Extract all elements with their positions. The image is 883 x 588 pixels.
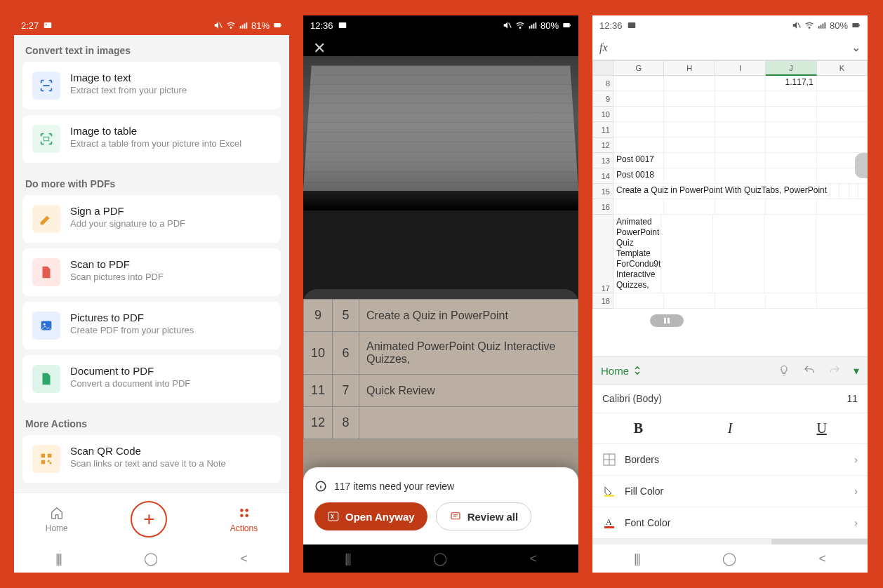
action-image-to-text[interactable]: Image to text Extract text from your pic…: [22, 62, 281, 109]
borders-icon: [602, 453, 616, 467]
ribbon-home-tab[interactable]: Home: [601, 365, 642, 377]
vertical-scroll-thumb[interactable]: [855, 153, 868, 178]
table-row[interactable]: 10 6 Animated PowerPoint Quiz Interactiv…: [304, 332, 578, 375]
review-all-button[interactable]: Review all: [436, 502, 532, 530]
cell[interactable]: 9: [304, 300, 333, 332]
table-row[interactable]: 9 5 Create a Quiz in PowerPoint: [304, 300, 578, 332]
col-header-g[interactable]: G: [613, 60, 664, 76]
open-anyway-button[interactable]: Open Anyway: [314, 502, 427, 530]
row-header[interactable]: 12: [592, 138, 613, 153]
nav-home[interactable]: ◯: [144, 551, 158, 566]
nav-back[interactable]: <: [819, 552, 827, 566]
nav-back[interactable]: <: [241, 552, 248, 566]
row-header[interactable]: 15: [592, 184, 613, 199]
cell[interactable]: 12: [304, 407, 333, 439]
ribbon-menu-chevron[interactable]: ▾: [854, 364, 859, 377]
cell-j8[interactable]: 1.117,1: [766, 76, 816, 91]
action-pictures-pdf[interactable]: Pictures to PDF Create PDF from your pic…: [22, 302, 281, 349]
fab-add[interactable]: +: [131, 501, 167, 537]
spreadsheet-grid[interactable]: 81.117,1 9 10 11 12 13Post 0017 14Post 0…: [592, 76, 868, 328]
cell[interactable]: Create a Quiz in PowerPoint: [359, 300, 578, 332]
row-header[interactable]: 18: [592, 293, 613, 309]
svg-rect-27: [529, 26, 531, 29]
battery-percent: 81%: [251, 20, 270, 31]
cell[interactable]: [359, 407, 578, 439]
cell-g17[interactable]: Animated PowerPoint Quiz Template ForCon…: [613, 215, 661, 293]
row-header[interactable]: 13: [592, 153, 613, 168]
cell-g13[interactable]: Post 0017: [613, 153, 664, 168]
row-header[interactable]: 17: [592, 215, 613, 293]
nav-recent[interactable]: |||: [55, 552, 61, 566]
card-subtitle: Scan links or text and save it to a Note: [70, 458, 226, 469]
nav-back[interactable]: <: [530, 552, 538, 566]
ribbon-tab-bar: Home ▾: [592, 356, 868, 385]
option-fill-color[interactable]: Fill Color ›: [592, 476, 868, 507]
cell[interactable]: 5: [333, 300, 359, 332]
formula-bar[interactable]: fx ⌄: [592, 35, 868, 60]
option-font-color[interactable]: A Font Color ›: [592, 507, 868, 539]
action-document-pdf[interactable]: Document to PDF Convert a document into …: [22, 355, 281, 403]
bold-button[interactable]: B: [592, 413, 684, 443]
row-header[interactable]: 9: [592, 91, 613, 107]
action-image-to-table[interactable]: Image to table Extract a table from your…: [22, 115, 281, 163]
italic-button[interactable]: I: [684, 413, 776, 443]
nav-recent[interactable]: |||: [345, 552, 350, 566]
cell[interactable]: Quick Review: [359, 375, 578, 407]
cell[interactable]: 8: [333, 407, 359, 439]
card-subtitle: Add your signature to a PDF: [70, 218, 185, 229]
col-header-h[interactable]: H: [664, 60, 715, 76]
nav-recent[interactable]: |||: [634, 552, 639, 566]
cell[interactable]: 11: [304, 375, 333, 407]
lightbulb-icon[interactable]: [778, 364, 790, 377]
redo-icon[interactable]: [828, 364, 841, 377]
col-header-i[interactable]: I: [715, 60, 766, 76]
font-size[interactable]: 11: [847, 393, 858, 404]
cell[interactable]: 6: [333, 332, 359, 375]
phone-1-office-actions: 2:27 81% Convert text in images Image to…: [14, 15, 289, 573]
row-header[interactable]: 14: [592, 168, 613, 184]
card-title: Pictures to PDF: [70, 312, 194, 323]
svg-rect-52: [604, 495, 614, 497]
underline-button[interactable]: U: [776, 413, 868, 443]
svg-rect-47: [664, 318, 666, 323]
actions-scroll[interactable]: Convert text in images Image to text Ext…: [14, 35, 289, 493]
table-row[interactable]: 12 8: [304, 407, 578, 439]
svg-point-1: [46, 24, 47, 25]
select-all-corner[interactable]: [592, 60, 613, 76]
svg-rect-7: [246, 22, 247, 29]
cell[interactable]: 7: [333, 375, 359, 407]
font-name[interactable]: Calibri (Body): [602, 393, 662, 404]
row-header[interactable]: 16: [592, 199, 613, 215]
chevron-down-icon[interactable]: ⌄: [851, 41, 861, 54]
updown-icon: [633, 365, 642, 376]
undo-icon[interactable]: [803, 364, 816, 377]
row-header[interactable]: 10: [592, 107, 613, 122]
row-header[interactable]: 11: [592, 122, 613, 138]
tab-actions[interactable]: Actions: [230, 505, 258, 533]
svg-rect-29: [533, 24, 535, 29]
qr-icon: [32, 445, 60, 473]
nav-home[interactable]: ◯: [722, 551, 736, 566]
action-scan-qr[interactable]: Scan QR Code Scan links or text and save…: [22, 435, 281, 483]
close-button[interactable]: ✕: [313, 39, 326, 58]
col-header-k[interactable]: K: [817, 60, 868, 76]
cell-g15[interactable]: Create a Quiz in PowerPoint With QuizTab…: [613, 184, 830, 199]
row-header[interactable]: 8: [592, 76, 613, 91]
col-header-j[interactable]: J: [766, 60, 816, 76]
horizontal-scrollbar[interactable]: [592, 539, 868, 544]
option-borders[interactable]: Borders ›: [592, 444, 868, 476]
extracted-table[interactable]: 9 5 Create a Quiz in PowerPoint 10 6 Ani…: [303, 299, 578, 439]
grid-icon: [237, 505, 252, 521]
svg-rect-11: [44, 137, 48, 141]
svg-rect-54: [604, 526, 614, 528]
nav-home[interactable]: ◯: [433, 551, 447, 566]
cell-g14[interactable]: Post 0018: [613, 168, 664, 184]
action-scan-pdf[interactable]: Scan to PDF Scan pictures into PDF: [22, 248, 281, 296]
table-row[interactable]: 11 7 Quick Review: [304, 375, 578, 407]
horizontal-scroll-thumb[interactable]: [650, 314, 684, 327]
tab-home[interactable]: Home: [46, 505, 68, 533]
cell[interactable]: Animated PowerPoint Quiz Interactive Qui…: [359, 332, 578, 375]
svg-rect-44: [824, 22, 825, 29]
cell[interactable]: 10: [304, 332, 333, 375]
action-sign-pdf[interactable]: Sign a PDF Add your signature to a PDF: [22, 195, 281, 243]
